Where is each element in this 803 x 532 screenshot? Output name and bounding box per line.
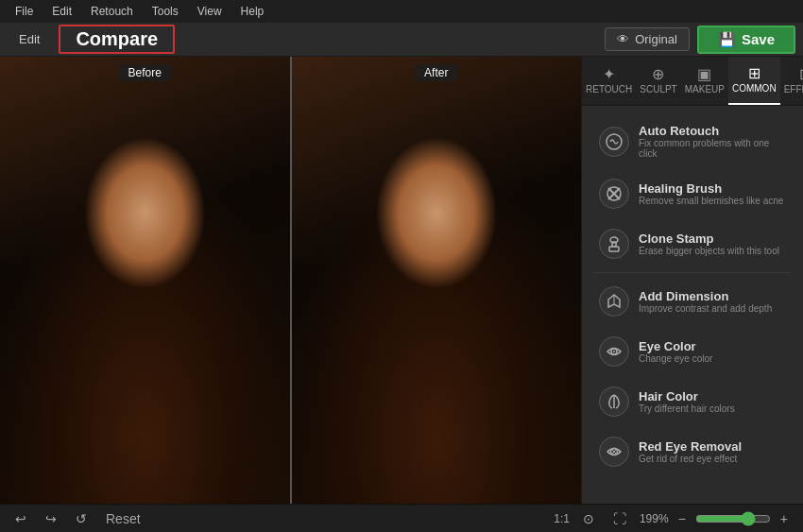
menu-help[interactable]: Help [233,3,272,20]
svg-rect-22 [292,57,582,243]
svg-point-13 [155,244,179,258]
tool-hair-color[interactable]: Hair Color Try different hair colors [588,377,797,426]
menu-tools[interactable]: Tools [145,3,186,20]
redo-button[interactable]: ↪ [40,509,62,528]
zoom-slider[interactable] [695,511,771,526]
clone-stamp-svg [605,234,624,253]
svg-rect-39 [419,323,453,375]
hair-color-svg [605,392,624,411]
tool-red-eye-removal[interactable]: Red Eye Removal Get rid of red eye effec… [588,427,797,476]
clone-stamp-text: Clone Stamp Erase bigger objects with th… [639,232,779,256]
svg-rect-23 [322,57,405,180]
svg-point-40 [389,361,483,413]
edit-button[interactable]: Edit [8,28,51,50]
add-dimension-desc: Improve contrast and add depth [639,303,772,314]
svg-rect-4 [42,66,73,118]
red-eye-removal-text: Red Eye Removal Get rid of red eye effec… [639,439,742,464]
menu-edit[interactable]: Edit [44,3,79,20]
panel-divider[interactable] [290,57,292,504]
reset-button[interactable]: Reset [100,509,146,528]
main-content: Before [0,57,803,504]
svg-point-31 [383,199,490,328]
tab-effects[interactable]: ⊡ EFFECTS [780,57,803,105]
save-button[interactable]: 💾 Save [697,26,795,54]
tool-clone-stamp[interactable]: Clone Stamp Erase bigger objects with th… [588,219,797,268]
auto-retouch-desc: Fix common problems with one click [639,138,786,159]
tab-sculpt[interactable]: ⊕ SCULPT [636,57,680,105]
svg-point-34 [447,244,471,258]
before-image [0,57,290,504]
svg-point-12 [110,244,134,258]
reset-icon: ↺ [70,509,93,528]
svg-point-37 [403,246,412,254]
tab-retouch[interactable]: ✦ RETOUCH [582,57,636,105]
tab-effects-label: EFFECTS [784,84,803,94]
svg-point-51 [613,351,615,352]
zoom-in-button[interactable]: + [775,509,794,528]
eye-color-desc: Change eye color [639,353,712,364]
save-disk-icon: 💾 [718,31,736,48]
svg-rect-7 [212,66,243,118]
tool-eye-color[interactable]: Eye Color Change eye color [588,327,797,376]
zoom-percentage: 199% [640,512,669,525]
person-icon: ⊙ [577,509,600,528]
after-image [292,57,582,504]
fullscreen-button[interactable]: ⛶ [607,509,632,528]
tool-add-dimension[interactable]: Add Dimension Improve contrast and add d… [588,277,797,326]
before-panel: Before [0,57,290,504]
tool-auto-retouch[interactable]: Auto Retouch Fix common problems with on… [588,114,797,168]
menu-view[interactable]: View [190,3,230,20]
eye-color-name: Eye Color [639,339,712,353]
svg-point-15 [161,245,175,255]
svg-point-33 [402,244,426,258]
menu-retouch[interactable]: Retouch [83,3,141,20]
svg-rect-21 [292,57,582,504]
tool-healing-brush[interactable]: Healing Brush Remove small blemishes lik… [588,169,797,218]
healing-brush-desc: Remove small blemishes like acne [639,196,783,206]
red-eye-removal-svg [605,442,624,461]
menu-file[interactable]: File [8,3,41,20]
auto-retouch-text: Auto Retouch Fix common problems with on… [639,124,786,159]
makeup-icon: ▣ [697,67,711,82]
tab-retouch-label: RETOUCH [586,84,632,94]
healing-brush-icon [599,179,629,209]
add-dimension-icon [599,286,629,317]
svg-point-35 [406,245,420,255]
save-label: Save [742,31,775,47]
svg-point-8 [67,108,222,283]
red-eye-removal-name: Red Eye Removal [639,439,742,454]
tab-makeup[interactable]: ▣ MAKEUP [681,57,728,105]
svg-rect-25 [333,66,364,118]
zoom-out-button[interactable]: − [673,509,692,528]
auto-retouch-svg [605,132,624,151]
svg-point-9 [77,108,212,232]
original-button[interactable]: 👁 Original [605,27,690,51]
tool-separator-1 [593,272,792,273]
svg-point-14 [115,245,129,255]
svg-point-11 [94,185,196,227]
after-panel: After [292,57,582,504]
svg-point-32 [384,185,487,227]
before-label: Before [119,64,171,81]
svg-point-30 [369,108,504,232]
svg-rect-2 [31,57,114,180]
hair-color-icon [599,386,629,417]
svg-point-29 [359,108,514,283]
hair-color-name: Hair Color [639,389,735,403]
undo-button[interactable]: ↩ [9,509,32,528]
svg-rect-5 [83,66,114,118]
tab-common[interactable]: ⊞ COMMON [728,57,780,105]
svg-rect-41 [353,480,519,504]
add-dimension-svg [605,292,624,311]
menubar: File Edit Retouch Tools View Help [0,0,803,23]
auto-retouch-icon [599,127,629,157]
add-dimension-text: Add Dimension Improve contrast and add d… [639,289,772,314]
auto-retouch-name: Auto Retouch [639,124,786,138]
svg-rect-0 [0,57,290,504]
clone-stamp-name: Clone Stamp [639,232,779,246]
svg-rect-1 [0,57,290,243]
tab-common-label: COMMON [732,83,777,94]
healing-brush-name: Healing Brush [639,181,783,196]
after-label: After [415,64,457,81]
common-icon: ⊞ [748,66,760,81]
